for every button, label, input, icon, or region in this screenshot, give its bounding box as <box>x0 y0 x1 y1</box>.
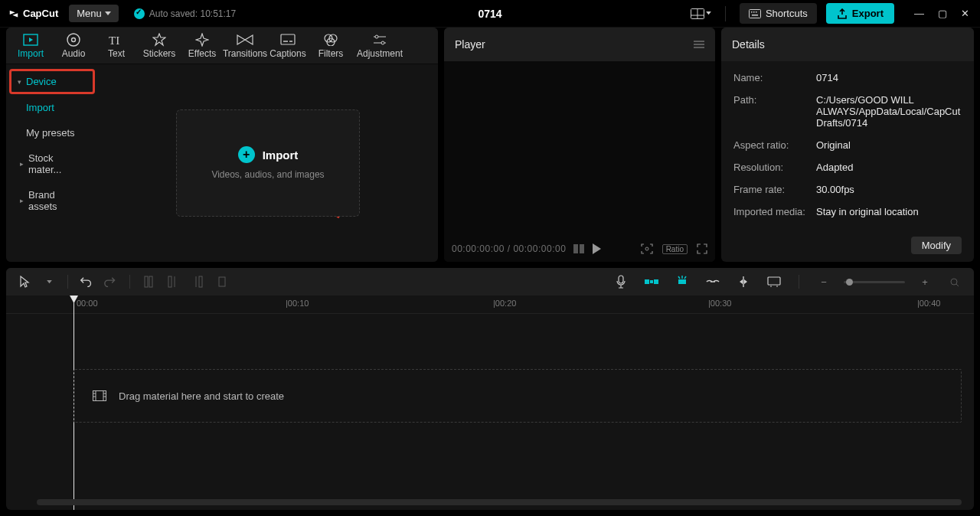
player-icon-a[interactable] <box>573 244 584 253</box>
maximize-button[interactable]: ▢ <box>938 8 947 18</box>
tab-import[interactable]: Import <box>9 28 52 64</box>
app-name: CapCut <box>23 8 58 19</box>
tab-label: Effects <box>188 48 216 59</box>
svg-rect-7 <box>752 15 758 16</box>
tab-adjustment[interactable]: Adjustment <box>352 28 407 64</box>
timeline-drop-zone[interactable]: Drag material here and start to create <box>74 369 962 423</box>
player-viewport[interactable]: 00:00:00:00 / 00:00:00:00 Ratio <box>444 61 715 262</box>
export-button[interactable]: Export <box>826 3 894 24</box>
player-menu-button[interactable] <box>694 41 704 48</box>
stickers-icon <box>152 33 166 47</box>
ratio-button[interactable]: Ratio <box>662 244 688 254</box>
tab-effects[interactable]: Effects <box>181 28 224 64</box>
align-button[interactable] <box>733 271 754 292</box>
svg-rect-5 <box>753 11 755 13</box>
magnet-track-button[interactable] <box>671 271 693 292</box>
zoom-in-button[interactable]: + <box>914 271 936 292</box>
compare-icon <box>573 244 584 253</box>
timeline-tracks[interactable]: Drag material here and start to create <box>6 296 974 510</box>
timeline-scrollbar[interactable] <box>37 499 962 505</box>
import-drop-zone[interactable]: + Import Videos, audios, and images <box>176 109 360 217</box>
export-icon <box>837 8 848 19</box>
chevron-down-icon: ▾ <box>18 78 21 86</box>
sidebar-label: Import <box>26 102 54 113</box>
svg-point-19 <box>375 35 378 38</box>
chevron-right-icon: ▸ <box>20 197 24 204</box>
detail-value-framerate: 30.00fps <box>816 184 962 195</box>
tab-captions[interactable]: Captions <box>266 28 309 64</box>
sidebar-item-import[interactable]: Import <box>11 96 93 119</box>
detail-value-resolution: Adapted <box>816 162 962 173</box>
mic-button[interactable] <box>610 271 632 292</box>
sidebar-item-brand-assets[interactable]: ▸ Brand assets <box>11 183 93 218</box>
svg-rect-39 <box>650 280 653 283</box>
tab-label: Transitions <box>223 48 267 59</box>
split-right-icon <box>192 276 203 288</box>
undo-button[interactable] <box>76 271 97 292</box>
zoom-out-button[interactable]: − <box>813 271 835 292</box>
sidebar-label: Device <box>26 76 57 87</box>
focus-icon <box>641 243 653 254</box>
modify-button[interactable]: Modify <box>911 237 962 254</box>
svg-rect-37 <box>645 279 649 284</box>
detail-label-aspect: Aspect ratio: <box>733 139 816 151</box>
layout-button[interactable] <box>691 8 711 19</box>
detail-value-aspect: Original <box>816 139 962 151</box>
svg-rect-3 <box>749 9 760 18</box>
auto-save-text: Auto saved: 10:51:17 <box>149 8 236 19</box>
linkage-button[interactable] <box>702 271 724 292</box>
transitions-icon <box>237 33 253 47</box>
select-tool-button[interactable] <box>14 271 35 292</box>
tab-transitions[interactable]: Transitions <box>224 28 266 64</box>
split-left-button[interactable] <box>162 271 184 292</box>
minimize-button[interactable]: — <box>914 8 924 18</box>
sidebar-item-stock-materials[interactable]: ▸ Stock mater... <box>11 146 93 181</box>
detail-value-imported: Stay in original location <box>816 206 962 217</box>
scale-button[interactable] <box>641 243 653 254</box>
svg-rect-36 <box>619 276 623 283</box>
select-dropdown[interactable] <box>38 271 60 292</box>
tab-text[interactable]: TI Text <box>95 28 138 64</box>
shortcuts-button[interactable]: Shortcuts <box>740 3 817 24</box>
fullscreen-button[interactable] <box>697 243 707 254</box>
details-header: Details <box>721 28 974 61</box>
sidebar-item-my-presets[interactable]: My presets <box>11 121 93 145</box>
close-button[interactable]: ✕ <box>961 8 969 18</box>
tab-audio[interactable]: Audio <box>52 28 95 64</box>
sidebar-label: Stock mater... <box>28 152 84 175</box>
preview-button[interactable] <box>763 271 785 292</box>
tab-label: Audio <box>62 48 86 59</box>
menu-button[interactable]: Menu <box>69 5 119 22</box>
svg-line-42 <box>678 276 680 279</box>
play-button[interactable] <box>592 243 601 254</box>
split-right-button[interactable] <box>187 271 208 292</box>
tab-stickers[interactable]: Stickers <box>138 28 181 64</box>
zoom-fit-button[interactable] <box>945 271 966 292</box>
tab-label: Adjustment <box>357 48 403 59</box>
timeline-body[interactable]: 00:00 |00:10 |00:20 |00:30 |00:40 Drag m… <box>6 296 974 510</box>
text-icon: TI <box>109 33 124 47</box>
align-icon <box>737 276 750 287</box>
magnet-main-button[interactable] <box>641 271 662 292</box>
redo-icon <box>104 276 118 287</box>
svg-rect-50 <box>93 391 106 401</box>
effects-icon <box>195 33 209 47</box>
delete-button[interactable] <box>211 271 233 292</box>
import-icon <box>23 33 38 47</box>
player-panel: Player 00:00:00:00 / 00:00:00:00 Ratio <box>444 28 715 262</box>
chevron-down-icon <box>706 11 711 15</box>
auto-save-indicator: Auto saved: 10:51:17 <box>134 8 236 19</box>
svg-rect-45 <box>768 277 780 285</box>
media-panel: Import Audio TI Text Stickers Effects Tr… <box>6 28 438 262</box>
detail-value-name: 0714 <box>816 72 962 83</box>
zoom-fit-icon <box>949 277 962 286</box>
tab-filters[interactable]: Filters <box>309 28 352 64</box>
sidebar-item-device[interactable]: ▾ Device <box>9 69 95 94</box>
import-title: Import <box>263 149 299 162</box>
zoom-slider[interactable] <box>844 281 905 283</box>
redo-button[interactable] <box>100 271 122 292</box>
sidebar-label: Brand assets <box>28 189 84 212</box>
detail-label-framerate: Frame rate: <box>733 184 816 195</box>
split-button[interactable] <box>138 271 159 292</box>
svg-rect-40 <box>678 279 686 284</box>
